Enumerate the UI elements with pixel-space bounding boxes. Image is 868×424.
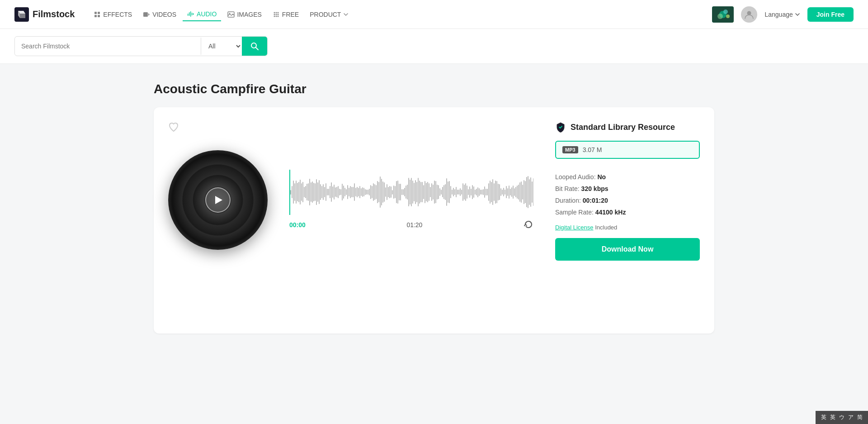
- effects-icon: [94, 11, 101, 18]
- waveform-bars: [290, 170, 533, 215]
- nav-item-images[interactable]: IMAGES: [223, 8, 266, 21]
- images-icon: [227, 11, 235, 18]
- svg-point-28: [723, 10, 728, 14]
- search-input[interactable]: [15, 38, 201, 54]
- join-free-button[interactable]: Join Free: [807, 7, 854, 22]
- svg-rect-5: [98, 12, 100, 14]
- page-title: Acoustic Campfire Guitar: [154, 82, 714, 96]
- svg-point-21: [275, 14, 277, 15]
- digital-license-link[interactable]: Digital License: [555, 224, 594, 231]
- lang-katakana[interactable]: ウ: [839, 414, 844, 421]
- replay-icon: [524, 219, 533, 229]
- file-size: 3.07 M: [583, 146, 602, 153]
- free-icon: [273, 11, 280, 18]
- duration-row: Duration: 00:01:20: [555, 197, 700, 204]
- svg-marker-3: [20, 14, 25, 18]
- svg-rect-14: [193, 13, 194, 15]
- bit-rate-row: Bit Rate: 320 kbps: [555, 185, 700, 192]
- header-right: Language Join Free: [712, 6, 854, 23]
- sample-rate-row: Sample Rate: 44100 kHz: [555, 209, 700, 216]
- svg-point-22: [277, 14, 278, 15]
- svg-rect-10: [188, 14, 189, 16]
- shield-icon: [555, 122, 566, 133]
- svg-marker-9: [148, 13, 150, 16]
- videos-icon: [143, 11, 150, 18]
- metadata-section: Looped Audio: No Bit Rate: 320 kbps Dura…: [555, 173, 700, 216]
- svg-rect-12: [190, 11, 191, 17]
- sample-rate-value: 44100 kHz: [595, 209, 626, 216]
- logo-text: Filmstock: [33, 9, 75, 19]
- total-time: 01:20: [406, 221, 422, 229]
- product-dropdown-icon: [343, 12, 349, 17]
- svg-rect-13: [192, 13, 193, 15]
- nav-item-product[interactable]: PRODUCT: [305, 8, 353, 21]
- lang-simplified[interactable]: 简: [857, 414, 863, 421]
- language-dropdown-icon: [795, 12, 800, 17]
- svg-point-23: [274, 15, 275, 17]
- lang-en2[interactable]: 英: [830, 414, 835, 421]
- promo-thumbnail[interactable]: [712, 6, 734, 23]
- duration-label: Duration:: [555, 197, 581, 204]
- svg-rect-4: [94, 12, 97, 14]
- resource-title: Standard Library Resource: [555, 122, 700, 133]
- svg-point-19: [277, 12, 278, 13]
- svg-rect-11: [189, 12, 190, 16]
- svg-rect-6: [94, 15, 97, 17]
- play-icon: [215, 196, 222, 204]
- vinyl-disc: [168, 150, 268, 250]
- svg-point-25: [277, 15, 278, 17]
- bit-rate-label: Bit Rate:: [555, 185, 580, 192]
- user-avatar[interactable]: [741, 6, 757, 23]
- search-category-select[interactable]: All Effects Videos Audio Images Free: [201, 38, 242, 55]
- nav-item-videos[interactable]: VIDEOS: [138, 8, 181, 21]
- nav-item-audio[interactable]: AUDIO: [183, 8, 221, 21]
- looped-audio-row: Looped Audio: No: [555, 173, 700, 181]
- bit-rate-value: 320 kbps: [581, 185, 609, 192]
- sample-rate-label: Sample Rate:: [555, 209, 594, 216]
- search-bar: All Effects Videos Audio Images Free: [14, 36, 268, 56]
- looped-audio-label: Looped Audio:: [555, 173, 596, 181]
- looped-audio-value: No: [597, 173, 606, 181]
- nav-item-free[interactable]: FREE: [268, 8, 303, 21]
- duration-value: 00:01:20: [583, 197, 608, 204]
- main-content: Acoustic Campfire Guitar: [118, 64, 750, 352]
- file-format-tag: MP3: [562, 146, 578, 153]
- nav-item-effects[interactable]: EFFECTS: [89, 8, 137, 21]
- search-button[interactable]: [242, 37, 267, 56]
- waveform-area: 00:00 01:20: [289, 170, 533, 231]
- filmstock-logo-icon: [14, 7, 29, 22]
- language-button[interactable]: Language: [764, 11, 800, 18]
- svg-point-24: [275, 15, 277, 17]
- replay-button[interactable]: [524, 219, 533, 231]
- avatar-icon: [744, 10, 754, 19]
- svg-point-18: [275, 12, 277, 13]
- vinyl-container: 00:00 01:20: [168, 150, 533, 250]
- file-badge[interactable]: MP3 3.07 M: [555, 141, 700, 159]
- current-time: 00:00: [289, 221, 306, 229]
- lang-hiragana[interactable]: ア: [848, 414, 854, 421]
- svg-rect-8: [143, 12, 148, 17]
- svg-point-17: [274, 12, 275, 13]
- player-right: Standard Library Resource MP3 3.07 M Loo…: [555, 122, 700, 261]
- lang-en1[interactable]: 英: [821, 414, 826, 421]
- waveform-container[interactable]: [289, 170, 533, 215]
- promo-thumbnail-img: [712, 6, 734, 23]
- header: Filmstock EFFECTS VIDEOS: [0, 0, 868, 29]
- svg-point-30: [726, 14, 730, 18]
- search-bar-section: All Effects Videos Audio Images Free: [0, 29, 868, 64]
- player-card: 00:00 01:20: [154, 107, 714, 333]
- svg-point-29: [717, 14, 723, 19]
- svg-rect-7: [98, 15, 100, 17]
- bottom-language-bar: 英 英 ウ ア 简: [816, 411, 868, 424]
- player-left: 00:00 01:20: [168, 122, 533, 250]
- logo[interactable]: Filmstock: [14, 7, 75, 22]
- svg-point-31: [747, 11, 751, 15]
- favorite-button[interactable]: [168, 122, 179, 134]
- resource-title-text: Standard Library Resource: [571, 123, 675, 132]
- search-icon: [250, 42, 259, 51]
- main-nav: EFFECTS VIDEOS AUDIO: [89, 8, 698, 21]
- play-button[interactable]: [205, 187, 231, 213]
- heart-icon: [168, 122, 179, 133]
- download-now-button[interactable]: Download Now: [555, 238, 700, 261]
- waveform-footer: 00:00 01:20: [289, 219, 533, 231]
